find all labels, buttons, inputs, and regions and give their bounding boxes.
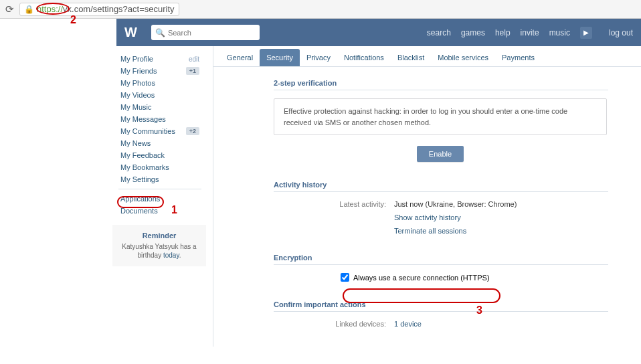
main: General Security Privacy Notifications B… [213,46,641,347]
https-checkbox-label: Always use a secure connection (HTTPS) [353,274,490,282]
tab-privacy[interactable]: Privacy [300,49,337,66]
sidebar-item-label: My Settings [120,175,159,183]
sidebar-item-label: My Friends [120,67,157,75]
reload-icon[interactable]: ⟳ [5,3,14,15]
linked-devices-link[interactable]: 1 device [394,320,422,328]
search-box[interactable]: 🔍 [151,25,260,40]
tabs: General Security Privacy Notifications B… [213,46,641,67]
tab-notifications[interactable]: Notifications [337,49,391,66]
https-checkbox-row[interactable]: Always use a secure connection (HTTPS) [341,273,641,282]
two-step-info: Effective protection against hacking: in… [274,98,607,135]
search-icon: 🔍 [155,28,165,37]
topnav-logout[interactable]: log out [609,28,633,37]
sidebar-item-feedback[interactable]: My Feedback [116,149,203,161]
sidebar-item-communities[interactable]: My Communities +2 [116,125,203,137]
latest-activity-label: Latest activity: [274,200,394,208]
sidebar-item-profile[interactable]: My Profile edit [116,53,203,65]
sidebar-item-videos[interactable]: My Videos [116,89,203,101]
sidebar-item-news[interactable]: My News [116,137,203,149]
topnav-invite[interactable]: invite [521,28,539,37]
linked-devices-label: Linked devices: [274,320,394,328]
content: My Profile edit My Friends +1 My Photos … [116,46,641,347]
section-activity: Activity history Latest activity: Just n… [274,181,641,235]
sidebar-item-label: My News [120,139,151,147]
topnav-help[interactable]: help [495,28,511,37]
sidebar-badge: +2 [186,127,199,135]
browser-chrome: ⟳ 🔒 https://vk.com/settings?act=security [0,0,641,19]
sidebar-item-label: My Feedback [120,151,165,159]
sidebar-item-label: My Bookmarks [120,163,169,171]
settings-body: 2-step verification Effective protection… [213,67,641,328]
sidebar-edit-link[interactable]: edit [189,56,199,63]
sidebar-item-label: My Profile [120,55,153,63]
section-title: Encryption [274,254,608,265]
lock-icon: 🔒 [24,5,34,14]
tab-security[interactable]: Security [260,49,300,66]
terminate-sessions-link[interactable]: Terminate all sessions [394,227,466,235]
url-bar[interactable]: 🔒 https://vk.com/settings?act=security [19,3,179,16]
sidebar-item-label: My Messages [120,115,166,123]
url-rest: vk.com/settings?act=security [63,4,175,14]
section-encryption: Encryption Always use a secure connectio… [274,254,641,282]
tab-blacklist[interactable]: Blacklist [391,49,431,66]
reminder-box: Reminder Katyushka Yatsyuk has a birthda… [112,225,206,266]
search-input[interactable] [168,29,248,37]
section-title: Confirm important actions [274,300,608,312]
tab-mobile-services[interactable]: Mobile services [431,49,495,66]
section-title: Activity history [274,181,608,192]
sidebar-item-settings[interactable]: My Settings [116,173,203,185]
vk-logo[interactable]: W [124,25,135,40]
enable-button[interactable]: Enable [417,146,464,162]
sidebar-item-messages[interactable]: My Messages [116,113,203,125]
topnav-music[interactable]: music [549,28,570,37]
sidebar-item-applications[interactable]: Applications [116,193,203,205]
section-two-step: 2-step verification Effective protection… [274,79,641,162]
section-title: 2-step verification [274,79,608,90]
sidebar-item-label: My Communities [120,127,175,135]
sidebar-item-label: My Photos [120,79,155,87]
sidebar-item-label: My Music [120,103,151,111]
sidebar-item-photos[interactable]: My Photos [116,77,203,89]
sidebar: My Profile edit My Friends +1 My Photos … [116,46,203,347]
sidebar-item-label: My Videos [120,91,155,99]
sidebar-item-documents[interactable]: Documents [116,205,203,217]
sidebar-divider [118,189,201,189]
latest-activity-value: Just now (Ukraine, Browser: Chrome) [394,200,517,208]
sidebar-item-music[interactable]: My Music [116,101,203,113]
topnav-games[interactable]: games [461,28,485,37]
sidebar-item-label: Documents [120,207,158,215]
tab-general[interactable]: General [220,49,260,66]
https-checkbox[interactable] [341,273,349,282]
sidebar-item-bookmarks[interactable]: My Bookmarks [116,161,203,173]
sidebar-item-label: Applications [120,195,160,203]
section-confirm: Confirm important actions Linked devices… [274,300,641,328]
topnav-play-icon[interactable]: ▶ [580,27,592,39]
topnav-links: search games help invite music ▶ log out [427,27,633,39]
sidebar-badge: +1 [186,67,199,75]
reminder-title: Reminder [118,232,201,240]
sidebar-item-friends[interactable]: My Friends +1 [116,65,203,77]
url-scheme: https:// [37,4,63,14]
reminder-text: Katyushka Yatsyuk has a birthday today. [118,242,201,260]
topbar: W 🔍 search games help invite music ▶ log… [116,19,641,46]
tab-payments[interactable]: Payments [495,49,541,66]
topnav-search[interactable]: search [427,28,451,37]
reminder-today-link[interactable]: today [163,252,179,259]
show-activity-link[interactable]: Show activity history [394,213,461,221]
